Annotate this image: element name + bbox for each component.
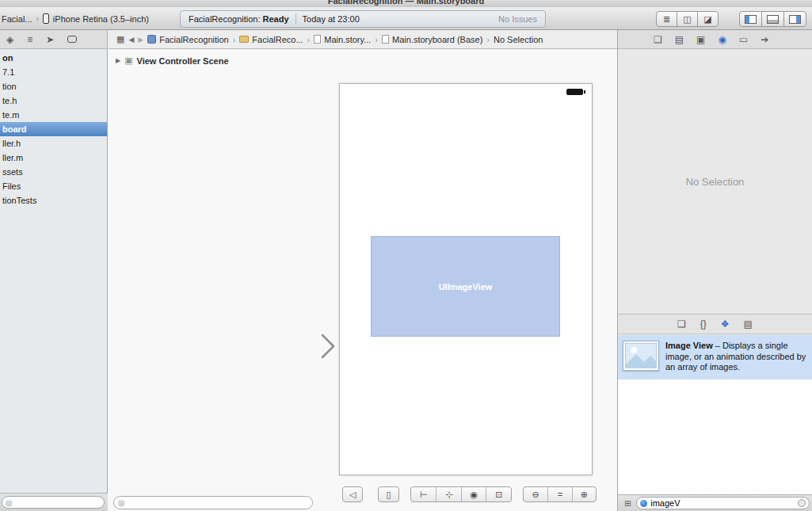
sidebar-item[interactable]: tionTests bbox=[0, 193, 107, 208]
file-inspector-icon[interactable]: ❏ bbox=[654, 34, 662, 45]
scene-label[interactable]: View Controller Scene bbox=[137, 56, 229, 66]
initial-view-controller-arrow[interactable] bbox=[319, 332, 337, 360]
filter-icon: ◎ bbox=[118, 498, 125, 507]
zoom-in-button[interactable]: ⊕ bbox=[572, 487, 596, 501]
folder-icon bbox=[239, 36, 249, 43]
breadcrumb-separator: › bbox=[233, 35, 236, 44]
window-titlebar: FacialRecognition — Main.storyboard bbox=[0, 0, 812, 7]
breadcrumb-storyboard[interactable]: Main.story... bbox=[314, 35, 371, 44]
chevron-separator-icon: › bbox=[36, 14, 39, 23]
scheme-name[interactable]: Facial... bbox=[2, 14, 32, 24]
size-inspector-icon[interactable]: ▭ bbox=[739, 34, 748, 45]
storyboard-file-icon bbox=[314, 35, 321, 44]
object-library-list: Image View – Displays a single image, or… bbox=[618, 335, 812, 494]
device-name[interactable]: iPhone Retina (3.5–inch) bbox=[53, 14, 149, 24]
file-template-library-icon[interactable]: ❏ bbox=[677, 318, 686, 330]
status-project: FacialRecognition: Ready bbox=[189, 14, 289, 24]
zoom-actual-button[interactable]: = bbox=[547, 487, 571, 501]
library-selector-bar: ❏ {} ❖ ▤ bbox=[618, 314, 812, 334]
breakpoint-navigator-icon[interactable]: ➤ bbox=[46, 34, 54, 45]
pin-button[interactable]: ⊹ bbox=[436, 487, 461, 501]
navigator-filter-field[interactable]: ◎ bbox=[2, 496, 105, 509]
library-item-image-view[interactable]: Image View – Displays a single image, or… bbox=[618, 335, 812, 379]
sidebar-item[interactable]: ssets bbox=[0, 165, 107, 179]
sidebar-item[interactable]: Files bbox=[0, 179, 107, 193]
editor-mode-control: ≣ ◫ ◪ bbox=[656, 11, 719, 27]
status-time: Today at 23:00 bbox=[303, 14, 360, 24]
document-outline-row: ▶ ▣ View Controller Scene bbox=[116, 55, 229, 66]
inspector-selector-bar: ❏ ▤ ▣ ◉ ▭ ➔ bbox=[617, 30, 812, 49]
search-icon bbox=[640, 500, 647, 507]
autolayout-control: ⊢ ⊹ ◉ ⊡ bbox=[410, 486, 512, 502]
uiimageview[interactable]: UIImageView bbox=[371, 236, 560, 337]
library-bottom-bar: ⊞ bbox=[618, 494, 812, 511]
clear-search-icon[interactable] bbox=[798, 499, 806, 507]
navigator-filter-input[interactable] bbox=[15, 498, 93, 507]
main-toolbar: Facial... › iPhone Retina (3.5–inch) Fac… bbox=[0, 7, 812, 30]
breadcrumb-project[interactable]: FacialRecognition bbox=[147, 35, 228, 44]
forward-icon[interactable]: ▶ bbox=[138, 36, 143, 44]
utilities-pane-icon bbox=[789, 15, 801, 24]
library-search-field[interactable] bbox=[636, 497, 810, 509]
breadcrumb-storyboard-base[interactable]: Main.storyboard (Base) bbox=[382, 35, 482, 44]
connections-inspector-icon[interactable]: ➔ bbox=[761, 34, 768, 45]
outline-filter-field[interactable]: ◎ bbox=[113, 496, 313, 509]
disclosure-triangle-icon[interactable]: ▶ bbox=[116, 57, 120, 64]
zoom-out-button[interactable]: ⊖ bbox=[524, 487, 547, 501]
breadcrumb-group[interactable]: FacialReco... bbox=[239, 35, 303, 44]
symbol-navigator-icon[interactable]: ◈ bbox=[6, 34, 13, 45]
zoom-control: ⊖ = ⊕ bbox=[523, 486, 597, 502]
related-items-icon[interactable]: ▦ bbox=[116, 34, 124, 44]
status-divider bbox=[295, 13, 296, 25]
toggle-utilities-button[interactable] bbox=[783, 11, 806, 27]
sidebar-item[interactable]: ller.h bbox=[0, 136, 107, 151]
storyboard-file-icon bbox=[382, 35, 389, 44]
sidebar-item[interactable]: tion bbox=[0, 79, 107, 93]
sidebar-item[interactable]: te.h bbox=[0, 93, 107, 108]
grid-view-toggle-icon[interactable]: ⊞ bbox=[624, 498, 631, 509]
log-navigator-icon[interactable] bbox=[67, 36, 77, 43]
sidebar-item[interactable]: ller.m bbox=[0, 151, 107, 165]
zoom-actual-icon: = bbox=[558, 490, 562, 499]
sidebar-item[interactable]: te.m bbox=[0, 108, 107, 122]
secondary-bar: ◈ ≡ ➤ ▦ ◀ ▶ FacialRecognition › FacialRe… bbox=[0, 30, 812, 49]
toggle-navigator-button[interactable] bbox=[739, 11, 762, 27]
navigator-filter-bar: ◎ bbox=[0, 493, 108, 511]
quick-help-inspector-icon[interactable]: ▤ bbox=[675, 34, 684, 45]
toggle-debug-area-button[interactable] bbox=[761, 11, 784, 27]
sidebar-item-selected[interactable]: board bbox=[0, 122, 107, 136]
inspector-empty-label: No Selection bbox=[618, 176, 812, 188]
resizing-button[interactable]: ⊡ bbox=[486, 487, 511, 501]
version-editor-button[interactable]: ◪ bbox=[697, 11, 719, 27]
navigator-selector-bar: ◈ ≡ ➤ bbox=[0, 30, 108, 49]
back-icon[interactable]: ◀ bbox=[128, 36, 134, 44]
media-library-icon[interactable]: ▤ bbox=[744, 318, 753, 330]
library-item-text: Image View – Displays a single image, or… bbox=[665, 341, 807, 373]
scheme-selector[interactable]: Facial... › iPhone Retina (3.5–inch) bbox=[2, 13, 149, 24]
code-snippet-library-icon[interactable]: {} bbox=[700, 318, 707, 330]
toggle-outline-button[interactable]: ◁ bbox=[342, 486, 363, 502]
image-view-thumbnail-icon bbox=[623, 341, 659, 371]
sidebar-item[interactable]: on bbox=[0, 51, 107, 65]
battery-icon bbox=[566, 89, 583, 95]
identity-inspector-icon[interactable]: ▣ bbox=[696, 34, 705, 45]
list-navigator-icon[interactable]: ≡ bbox=[27, 34, 32, 45]
attributes-inspector-icon[interactable]: ◉ bbox=[718, 34, 726, 45]
form-factor-button[interactable]: ▯ bbox=[378, 486, 399, 502]
assistant-editor-icon: ◫ bbox=[683, 14, 691, 25]
standard-editor-button[interactable]: ≣ bbox=[656, 11, 677, 27]
window-title: FacialRecognition — Main.storyboard bbox=[0, 0, 812, 6]
library-search-input[interactable] bbox=[650, 498, 761, 508]
navigator-pane-icon bbox=[745, 15, 757, 24]
assistant-editor-button[interactable]: ◫ bbox=[677, 11, 698, 27]
outline-filter-input[interactable] bbox=[128, 498, 283, 508]
device-icon bbox=[43, 13, 49, 24]
status-state: Ready bbox=[263, 14, 289, 24]
view-controller-view[interactable]: UIImageView bbox=[339, 83, 593, 475]
breadcrumb-no-selection[interactable]: No Selection bbox=[494, 35, 543, 44]
debug-pane-icon bbox=[767, 15, 779, 24]
resolve-issues-button[interactable]: ◉ bbox=[461, 487, 486, 501]
object-library-icon[interactable]: ❖ bbox=[721, 318, 730, 330]
align-button[interactable]: ⊢ bbox=[411, 487, 436, 501]
sidebar-item[interactable]: 7.1 bbox=[0, 65, 107, 79]
